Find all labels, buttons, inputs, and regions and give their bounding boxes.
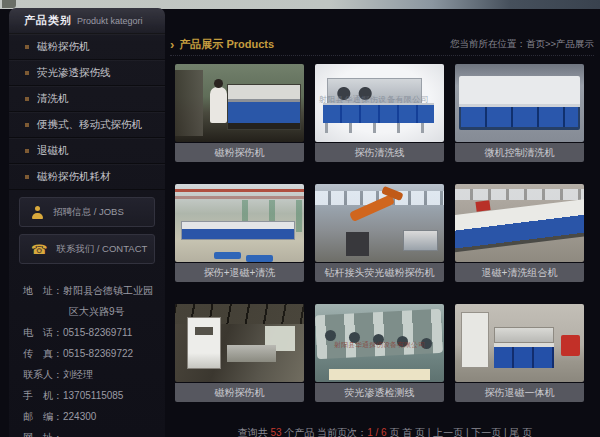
product-caption[interactable]: 磁粉探伤机	[175, 143, 304, 162]
contact-fax: 传 真：0515-82369722	[23, 343, 153, 364]
sidebar-title-en: Produkt kategori	[77, 16, 143, 26]
banner-notch	[2, 0, 16, 8]
category-label: 便携式、移动式探伤机	[37, 118, 142, 132]
pagination-current-page: 1 / 6	[367, 427, 386, 437]
bullet-icon	[25, 175, 29, 179]
sidebar: 产品类别 Produkt kategori 磁粉探伤机 荧光渗透探伤线 清洗机 …	[9, 8, 165, 437]
sidebar-item-fluorescent-line[interactable]: 荧光渗透探伤线	[9, 60, 165, 86]
category-label: 荧光渗透探伤线	[37, 66, 111, 80]
pagination-first[interactable]: 首 页	[402, 427, 425, 437]
pagination-prev[interactable]: 上一页	[433, 427, 463, 437]
product-caption[interactable]: 退磁+清洗组合机	[455, 263, 584, 282]
product-caption[interactable]: 荧光渗透检测线	[315, 383, 444, 402]
contact-button-label: 联系我们 / CONTACT	[56, 243, 147, 256]
photo-inner-label	[329, 369, 430, 380]
pagination-count-prefix: 查询共	[238, 427, 271, 437]
product-card[interactable]: 退磁+清洗组合机	[455, 184, 584, 282]
pagination-count-suffix: 个产品 当前页次：	[282, 427, 368, 437]
product-photo-penetrant-line[interactable]: 射阳县华通探伤设备有限公司	[315, 304, 444, 382]
product-grid: 磁粉探伤机 射阳县华通探伤设备有限公司 探伤清洗线 微机控制清洗机 探伤+退磁+…	[175, 64, 584, 402]
product-caption[interactable]: 磁粉探伤机	[175, 383, 304, 402]
pagination-last[interactable]: 尾 页	[509, 427, 532, 437]
bullet-icon	[25, 71, 29, 75]
section-header: › 产品展示 Products 您当前所在位置：首页>>产品展示	[170, 34, 594, 56]
contact-button[interactable]: ☎ 联系我们 / CONTACT	[19, 234, 155, 264]
product-card[interactable]: 探伤退磁一体机	[455, 304, 584, 402]
pagination-next[interactable]: 下一页	[471, 427, 501, 437]
product-card[interactable]: 钻杆接头荧光磁粉探伤机	[315, 184, 444, 282]
product-card[interactable]: 射阳县华通探伤设备有限公司 探伤清洗线	[315, 64, 444, 162]
bullet-icon	[25, 123, 29, 127]
product-caption[interactable]: 微机控制清洗机	[455, 143, 584, 162]
sidebar-title-cn: 产品类别	[24, 13, 72, 28]
product-photo-detect-demag-clean[interactable]	[175, 184, 304, 262]
contact-mobile: 手 机：13705115085	[23, 385, 153, 406]
product-card[interactable]: 射阳县华通探伤设备有限公司 荧光渗透检测线	[315, 304, 444, 402]
product-photo-cleaning-line[interactable]: 射阳县华通探伤设备有限公司	[315, 64, 444, 142]
contact-info: 地 址：射阳县合德镇工业园区大兴路9号 电 话：0515-82369711 传 …	[23, 280, 153, 437]
bullet-icon	[25, 97, 29, 101]
product-photo-demag-clean-combo[interactable]	[455, 184, 584, 262]
product-card[interactable]: 微机控制清洗机	[455, 64, 584, 162]
product-page: 产品类别 Produkt kategori 磁粉探伤机 荧光渗透探伤线 清洗机 …	[0, 0, 600, 437]
sidebar-item-portable-detector[interactable]: 便携式、移动式探伤机	[9, 112, 165, 138]
main-content: › 产品展示 Products 您当前所在位置：首页>>产品展示 磁粉探伤机 射…	[170, 9, 600, 437]
product-photo-detect-demag-unit[interactable]	[455, 304, 584, 382]
person-icon	[31, 206, 44, 219]
photo-watermark: 射阳县华通探伤设备有限公司	[325, 340, 433, 350]
product-caption[interactable]: 钻杆接头荧光磁粉探伤机	[315, 263, 444, 282]
sidebar-item-demagnetizer[interactable]: 退磁机	[9, 138, 165, 164]
product-photo-magnetic-detector[interactable]	[175, 64, 304, 142]
product-photo-drillpipe-detector[interactable]	[315, 184, 444, 262]
phone-icon: ☎	[31, 243, 47, 256]
product-photo-computer-cleaner[interactable]	[455, 64, 584, 142]
chevron-right-icon: ›	[170, 39, 174, 50]
jobs-button[interactable]: 招聘信息 / JOBS	[19, 197, 155, 227]
sidebar-item-consumables[interactable]: 磁粉探伤机耗材	[9, 164, 165, 190]
contact-person: 联系人：刘经理	[23, 364, 153, 385]
contact-zipcode: 邮 编：224300	[23, 406, 153, 427]
product-card[interactable]: 磁粉探伤机	[175, 304, 304, 402]
section-title-text: 产品展示 Products	[179, 37, 274, 52]
pagination-page-suffix: 页	[387, 427, 403, 437]
category-label: 磁粉探伤机耗材	[37, 170, 111, 184]
sidebar-header: 产品类别 Produkt kategori	[9, 8, 165, 34]
product-caption[interactable]: 探伤清洗线	[315, 143, 444, 162]
photo-watermark: 射阳县华通探伤设备有限公司	[319, 94, 440, 105]
product-caption[interactable]: 探伤+退磁+清洗	[175, 263, 304, 282]
sidebar-item-magnetic-detector[interactable]: 磁粉探伤机	[9, 34, 165, 60]
contact-website[interactable]: 网 址：www.huatongndt.com	[23, 427, 153, 437]
contact-address: 地 址：射阳县合德镇工业园区大兴路9号	[23, 280, 153, 322]
category-label: 清洗机	[37, 92, 69, 106]
pagination-total: 53	[271, 427, 282, 437]
pagination-separator: |	[425, 427, 433, 437]
contact-telephone: 电 话：0515-82369711	[23, 322, 153, 343]
category-label: 磁粉探伤机	[37, 40, 90, 54]
jobs-button-label: 招聘信息 / JOBS	[53, 206, 124, 219]
product-card[interactable]: 磁粉探伤机	[175, 64, 304, 162]
bullet-icon	[25, 45, 29, 49]
product-caption[interactable]: 探伤退磁一体机	[455, 383, 584, 402]
pagination: 查询共 53 个产品 当前页次：1 / 6 页 首 页 | 上一页 | 下一页 …	[170, 426, 600, 437]
breadcrumb: 您当前所在位置：首页>>产品展示	[450, 38, 594, 51]
product-photo-magnetic-detector-2[interactable]	[175, 304, 304, 382]
product-card[interactable]: 探伤+退磁+清洗	[175, 184, 304, 282]
section-title: › 产品展示 Products	[170, 37, 274, 52]
sidebar-item-cleaning-machine[interactable]: 清洗机	[9, 86, 165, 112]
category-label: 退磁机	[37, 144, 69, 158]
bullet-icon	[25, 149, 29, 153]
